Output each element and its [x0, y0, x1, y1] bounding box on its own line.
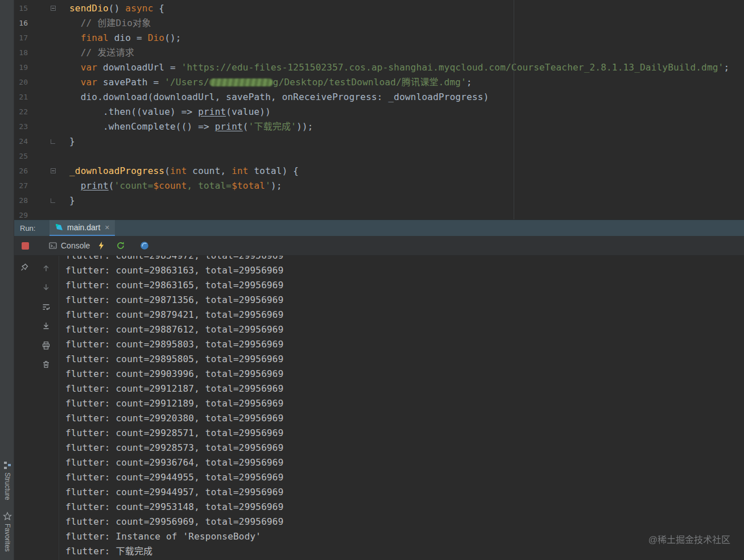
arrow-up-icon[interactable]	[42, 264, 51, 273]
gutter-fold-area	[28, 90, 69, 105]
line-number: 27	[14, 179, 28, 193]
fold-marker-icon[interactable]	[51, 6, 56, 11]
line-number: 20	[14, 75, 28, 90]
console-line: flutter: count=29956969, total=29956969	[65, 515, 744, 529]
editor-line: 18 // 发送请求	[14, 45, 744, 60]
fold-marker-icon[interactable]	[51, 139, 55, 144]
line-number: 24	[14, 134, 28, 149]
gutter-fold-area	[28, 164, 69, 179]
code-text: dio.download(downloadUrl, savePath, onRe…	[69, 90, 489, 105]
gutter-fold-area	[28, 149, 69, 164]
editor-line: 29	[14, 208, 744, 219]
code-text: sendDio() async {	[69, 1, 164, 16]
editor-line: 17 final dio = Dio();	[14, 31, 744, 45]
editor-line: 15sendDio() async {	[14, 1, 744, 16]
tab-console[interactable]: Console	[48, 241, 90, 250]
console-line: flutter: count=29944955, total=29956969	[65, 470, 744, 485]
console-line: flutter: count=29912189, total=29956969	[65, 396, 744, 411]
fold-marker-icon[interactable]	[51, 168, 56, 173]
console-output[interactable]: flutter: count=29854972, total=29956969f…	[60, 256, 744, 560]
favorites-label: Favorites	[3, 524, 11, 551]
console-line: flutter: count=29953148, total=29956969	[65, 500, 744, 515]
hot-reload-button[interactable]	[97, 241, 106, 250]
watermark: @稀土掘金技术社区	[648, 532, 730, 546]
console-line: flutter: count=29920380, total=29956969	[65, 411, 744, 426]
console-toolbar	[14, 256, 59, 560]
structure-label: Structure	[3, 472, 11, 500]
sidebar-item-structure[interactable]: Structure	[0, 461, 14, 500]
editor-line: 25	[14, 149, 744, 164]
editor-line: 24}	[14, 134, 744, 149]
line-number: 21	[14, 90, 28, 105]
code-text: .whenComplete(() => print('下载完成'));	[69, 119, 313, 134]
close-tab-icon[interactable]: ×	[105, 223, 109, 232]
line-number: 28	[14, 193, 28, 208]
redacted-username	[209, 78, 273, 86]
code-text: }	[69, 193, 75, 208]
console-lines: flutter: count=29854972, total=29956969f…	[60, 256, 744, 559]
editor-lines: 15sendDio() async {16 // 创建Dio对象17 final…	[14, 1, 744, 219]
fold-marker-icon[interactable]	[51, 198, 55, 203]
line-number: 15	[14, 1, 28, 16]
stop-button[interactable]	[22, 242, 29, 250]
line-number: 23	[14, 119, 28, 134]
structure-icon	[3, 461, 12, 470]
gutter-fold-area	[28, 31, 69, 45]
editor-line: 16 // 创建Dio对象	[14, 16, 744, 31]
console-line: flutter: count=29936764, total=29956969	[65, 455, 744, 470]
code-editor[interactable]: 15sendDio() async {16 // 创建Dio对象17 final…	[14, 0, 744, 219]
console-line: flutter: count=29863163, total=29956969	[65, 263, 744, 278]
scroll-to-end-icon[interactable]	[42, 321, 51, 330]
console-line: flutter: count=29854972, total=29956969	[65, 256, 744, 263]
console-line: flutter: 下载完成	[65, 544, 744, 559]
gutter-fold-area	[28, 179, 69, 193]
devtools-button[interactable]	[140, 241, 149, 250]
console-line: flutter: count=29887612, total=29956969	[65, 322, 744, 337]
code-text: // 创建Dio对象	[69, 16, 151, 31]
editor-line: 27 print('count=$count, total=$total');	[14, 179, 744, 193]
print-icon[interactable]	[42, 341, 51, 350]
code-text: final dio = Dio();	[69, 31, 181, 45]
clear-trash-icon[interactable]	[42, 360, 51, 369]
console-line: flutter: count=29871356, total=29956969	[65, 293, 744, 308]
code-text: .then((value) => print(value))	[69, 105, 271, 119]
code-text: var savePath = '/Users/g/Desktop/testDow…	[69, 75, 472, 90]
console-line: flutter: count=29928571, total=29956969	[65, 426, 744, 441]
run-tool-window-header: Run: main.dart ×	[14, 219, 744, 236]
gutter-fold-area	[28, 45, 69, 60]
gutter-fold-area	[28, 134, 69, 149]
code-text: print('count=$count, total=$total');	[69, 179, 282, 193]
gutter-fold-area	[28, 208, 69, 219]
dart-file-icon	[55, 223, 64, 232]
favorites-icon	[3, 512, 12, 521]
code-text: }	[69, 134, 75, 149]
run-toolbar: Console	[14, 236, 744, 256]
console-line: flutter: count=29895803, total=29956969	[65, 337, 744, 352]
line-number: 29	[14, 208, 28, 219]
console-line: flutter: count=29879421, total=29956969	[65, 308, 744, 322]
console-line: flutter: count=29928573, total=29956969	[65, 441, 744, 455]
arrow-down-icon[interactable]	[42, 283, 51, 292]
run-label: Run:	[20, 220, 35, 237]
editor-line: 26_downloadProgress(int count, int total…	[14, 164, 744, 179]
hot-restart-button[interactable]	[116, 241, 125, 250]
console-line: flutter: Instance of 'ResponseBody'	[65, 529, 744, 544]
console-line: flutter: count=29863165, total=29956969	[65, 278, 744, 293]
code-text: var downloadUrl = 'https://edu-files-125…	[69, 60, 729, 75]
editor-line: 20 var savePath = '/Users/g/Desktop/test…	[14, 75, 744, 90]
pin-icon[interactable]	[20, 263, 29, 272]
console-icon	[48, 241, 57, 250]
tool-window-strip: Structure Favorites	[0, 0, 14, 560]
gutter-fold-area	[28, 60, 69, 75]
editor-line: 22 .then((value) => print(value))	[14, 105, 744, 119]
gutter-fold-area	[28, 16, 69, 31]
run-tab-main-dart[interactable]: main.dart ×	[49, 220, 115, 237]
editor-line: 28}	[14, 193, 744, 208]
code-text: // 发送请求	[69, 45, 134, 60]
line-number: 19	[14, 60, 28, 75]
soft-wrap-icon[interactable]	[42, 302, 51, 312]
line-number: 22	[14, 105, 28, 119]
console-tab-label: Console	[61, 241, 90, 250]
sidebar-item-favorites[interactable]: Favorites	[0, 512, 14, 551]
gutter-fold-area	[28, 105, 69, 119]
